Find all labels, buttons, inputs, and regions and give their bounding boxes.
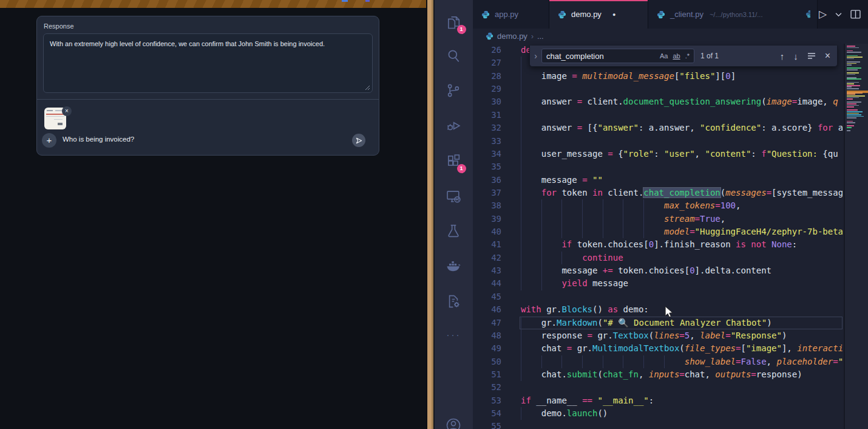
line-number: 43	[473, 264, 501, 277]
run-dropdown-chevron-icon[interactable]	[835, 12, 842, 17]
find-in-selection-icon[interactable]	[807, 52, 816, 60]
line-number: 48	[473, 329, 501, 342]
find-next-button[interactable]: ↓	[793, 51, 798, 61]
line-number: 42	[473, 252, 501, 264]
breadcrumb[interactable]: demo.py › ...	[473, 29, 868, 44]
activity-source-control[interactable]	[445, 82, 463, 100]
code-line[interactable]: 40 model="HuggingFaceH4/zephyr-7b-beta	[473, 225, 843, 238]
code-line[interactable]: 38 max_tokens=100,	[473, 199, 843, 212]
code-line[interactable]: 45	[473, 290, 843, 303]
chat-message-input[interactable]: Who is being invoiced?	[63, 136, 134, 143]
code-editor[interactable]: 26def2728 image = multimodal_message["fi…	[473, 44, 868, 429]
code-line[interactable]: 35	[473, 160, 843, 173]
code-line[interactable]: 49 chat = gr.MultimodalTextbox(file_type…	[473, 342, 843, 355]
find-previous-button[interactable]: ↑	[780, 51, 785, 61]
tab-demo-py[interactable]: demo.py ●	[549, 0, 648, 29]
code-line[interactable]: 53if __name__ == "__main__":	[473, 394, 843, 407]
find-query[interactable]: chat_completion	[546, 52, 655, 61]
code-line[interactable]: 54 demo.launch()	[473, 407, 843, 420]
breadcrumb-symbol[interactable]: ...	[537, 32, 544, 41]
send-button[interactable]	[352, 134, 365, 147]
clipped-python-icon	[805, 10, 810, 19]
add-file-button[interactable]: +	[42, 133, 56, 148]
pane-divider[interactable]	[426, 0, 435, 429]
code-line[interactable]: 50 show_label=False, placeholder="	[473, 355, 843, 368]
find-input[interactable]: chat_completion Aa ab .*	[541, 49, 694, 63]
code-line[interactable]: 55	[473, 420, 843, 429]
whole-word-icon[interactable]: ab	[673, 52, 680, 60]
code-line[interactable]: 30 answer = client.document_question_ans…	[473, 95, 843, 108]
find-close-button[interactable]: ×	[825, 50, 830, 61]
file-gear-icon	[445, 293, 462, 310]
line-number: 32	[473, 122, 501, 134]
code-line[interactable]: 37 for token in client.chat_completion(m…	[473, 187, 843, 199]
activity-more[interactable]: ···	[445, 331, 463, 349]
find-expand-toggle[interactable]: ›	[530, 51, 541, 61]
split-editor-icon[interactable]	[850, 10, 861, 19]
code-line[interactable]: 36 message = ""	[473, 174, 843, 187]
remove-attachment-button[interactable]: ×	[62, 106, 72, 116]
minimap[interactable]	[844, 44, 868, 429]
code-line[interactable]: 47 gr.Markdown("# 🔍 Document Analyzer Ch…	[473, 317, 843, 329]
tab-app-py[interactable]: app.py	[473, 0, 549, 29]
code-line[interactable]: 42 continue	[473, 252, 843, 264]
code-line[interactable]: 41 if token.choices[0].finish_reason is …	[473, 238, 843, 251]
code-line[interactable]: 52	[473, 381, 843, 394]
vscode-window: 1 1	[435, 0, 868, 429]
extensions-badge: 1	[457, 164, 466, 173]
chat-row: + Who is being invoiced?	[37, 132, 379, 148]
activity-run-debug[interactable]	[445, 117, 463, 136]
tab-label: _client.py	[670, 10, 704, 19]
activity-task-file[interactable]	[445, 293, 463, 311]
line-number: 45	[473, 290, 501, 303]
resize-handle-icon[interactable]	[365, 85, 370, 91]
stripe-mark	[365, 0, 370, 2]
code-line[interactable]: 31	[473, 109, 843, 122]
code-line[interactable]: 46with gr.Blocks() as demo:	[473, 303, 843, 316]
remote-monitor-icon	[445, 188, 462, 205]
line-number: 27	[473, 57, 501, 69]
line-number: 31	[473, 109, 501, 122]
response-textarea[interactable]: With an extremely high level of confiden…	[43, 33, 373, 93]
python-icon	[481, 10, 490, 19]
python-icon	[486, 32, 493, 40]
code-line[interactable]: 33	[473, 135, 843, 148]
activity-remote-explorer[interactable]	[445, 188, 463, 206]
response-label: Response	[44, 22, 373, 30]
python-icon	[657, 10, 665, 19]
activity-docker[interactable]	[445, 258, 463, 276]
chat-input-section: × + Who is being invoiced?	[37, 99, 379, 155]
account-icon	[445, 417, 462, 429]
line-number: 41	[473, 238, 501, 251]
tab-client-py[interactable]: _client.py ~/.../python3.11/...	[648, 0, 818, 29]
activity-search[interactable]	[445, 47, 463, 66]
line-number: 39	[473, 213, 501, 225]
code-line[interactable]: 51 chat.submit(chat_fn, inputs=chat, out…	[473, 368, 843, 381]
code-line[interactable]: 44 yield message	[473, 277, 843, 290]
breadcrumb-file[interactable]: demo.py	[497, 32, 527, 41]
code-line[interactable]: 39 stream=True,	[473, 213, 843, 225]
run-file-button[interactable]: ▷	[819, 8, 827, 21]
code-line[interactable]: 48 response = gr.Textbox(lines=5, label=…	[473, 329, 843, 342]
line-number: 29	[473, 83, 501, 95]
line-number: 36	[473, 174, 501, 187]
tab-label: demo.py	[571, 10, 602, 19]
activity-testing[interactable]	[445, 222, 463, 241]
activity-extensions[interactable]: 1	[445, 153, 463, 171]
code-line[interactable]: 29	[473, 83, 843, 95]
activity-account[interactable]	[445, 417, 463, 429]
line-number: 50	[473, 355, 501, 368]
code-line[interactable]: 43 message += token.choices[0].delta.con…	[473, 264, 843, 277]
code-line[interactable]: 34 user_message = {"role": "user", "cont…	[473, 148, 843, 160]
activity-explorer[interactable]: 1	[445, 13, 463, 32]
send-icon	[355, 137, 363, 145]
regex-icon[interactable]: .*	[685, 52, 690, 60]
docker-icon	[445, 258, 462, 275]
breadcrumb-separator: ›	[531, 32, 534, 41]
code-lines[interactable]: 26def2728 image = multimodal_message["fi…	[473, 44, 843, 429]
code-line[interactable]: 28 image = multimodal_message["files"][0…	[473, 70, 843, 83]
code-line[interactable]: 32 answer = [{"answer": a.answer, "confi…	[473, 122, 843, 134]
match-case-icon[interactable]: Aa	[660, 52, 668, 60]
window-top-stripe	[0, 0, 426, 8]
modified-dot[interactable]: ●	[612, 12, 615, 18]
